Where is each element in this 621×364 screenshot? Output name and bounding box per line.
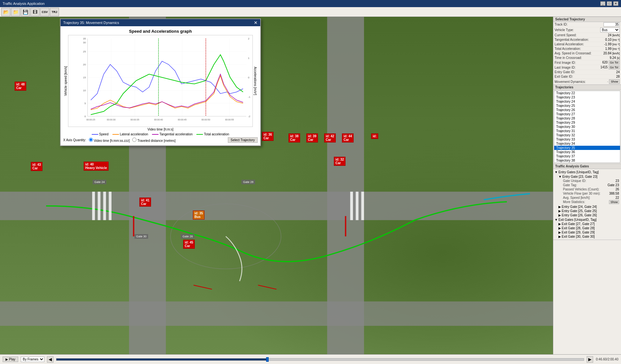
trajectories-list[interactable]: Trajectory 22 Trajectory 23 Trajectory 2… (554, 91, 620, 163)
gate26-header[interactable]: ▶ Entry Gate [26, Gate 26] (558, 213, 620, 217)
tangential-acc-label: Tangential Acceleration: (553, 38, 594, 42)
traj-37[interactable]: Trajectory 37 (554, 154, 620, 158)
traj-34[interactable]: Trajectory 34 (554, 142, 620, 146)
vehicle-35[interactable]: id: 35Bus (193, 210, 205, 220)
expand-gate24-icon: ▶ (558, 205, 561, 209)
selected-trajectory-section: Selected Trajectory Track ID: Vehicle Ty… (553, 17, 621, 85)
x-axis-video-option[interactable]: Video time [h:mm:ss.zzz] (89, 138, 130, 142)
gate25-header[interactable]: ▶ Entry Gate [25, Gate 25] (558, 209, 620, 213)
vehicle-45[interactable]: id: 45Car (183, 240, 195, 249)
svg-text:2: 2 (248, 37, 250, 40)
traj-29[interactable]: Trajectory 29 (554, 120, 620, 125)
play-button[interactable]: ▶ Play (3, 357, 18, 362)
vehicle-44[interactable]: id: 44Car (342, 133, 354, 142)
legend-speed: Speed (92, 132, 109, 136)
frames-dropdown[interactable]: By Frames (21, 357, 44, 362)
vehicle-38[interactable]: id: 38Car (288, 133, 300, 142)
vehicle-39[interactable]: id: 39Car (306, 133, 318, 142)
progress-thumb[interactable] (266, 357, 269, 362)
traj-38[interactable]: Trajectory 38 (554, 158, 620, 163)
traj-25[interactable]: Trajectory 25 (554, 104, 620, 108)
x-axis-distance-label: Traveled distance [metres] (137, 139, 175, 142)
svg-rect-3 (0, 301, 553, 326)
vehicle-40[interactable]: id: 40Heavy Vehicle (84, 162, 109, 171)
entry-gates-label: Entry Gates [UniqueID, Tag] (558, 170, 599, 174)
x-axis-video-radio[interactable] (89, 138, 93, 142)
minimize-btn[interactable]: _ (600, 1, 605, 6)
svg-text:-1: -1 (248, 96, 251, 98)
traj-28[interactable]: Trajectory 28 (554, 116, 620, 120)
traj-31[interactable]: Trajectory 31 (554, 129, 620, 133)
traffic-gates-section: Traffic Analysis Gates ▼ Entry Gates [Un… (553, 164, 621, 240)
svg-text:10: 10 (83, 89, 86, 92)
gate23-show-btn[interactable]: Show (609, 200, 619, 204)
movement-dynamics-show-btn[interactable]: Show (609, 79, 620, 84)
vehicle-type-value: BusCar (594, 27, 621, 33)
vehicle-41[interactable]: id: 41Car (139, 198, 151, 207)
exit-gate-value: 28 (594, 74, 621, 79)
track-id-input[interactable] (603, 22, 620, 27)
traj-22[interactable]: Trajectory 22 (554, 91, 620, 95)
last-image-row: Last Image ID: 1415 Go To! (553, 65, 621, 70)
traj-23[interactable]: Trajectory 23 (554, 95, 620, 99)
svg-text:00:00:45: 00:00:45 (178, 119, 186, 121)
save-btn[interactable]: 💾 (21, 8, 30, 16)
traj-35[interactable]: Trajectory 35 (554, 146, 620, 150)
traj-26[interactable]: Trajectory 26 (554, 108, 620, 112)
avg-speed-label: Avg. Speed in Crossroad: (553, 51, 594, 56)
traj-24[interactable]: Trajectory 24 (554, 99, 620, 104)
traj-36[interactable]: Trajectory 36 (554, 150, 620, 154)
folder-btn[interactable]: 📁 (11, 8, 20, 16)
gate29-header[interactable]: ▶ Exit Gate [29, Gate 29] (558, 230, 620, 234)
vehicle-id-top[interactable]: id: (371, 133, 378, 139)
vehicle-type-dropdown[interactable]: BusCar (600, 28, 620, 32)
trj-btn[interactable]: TRJ (50, 8, 59, 16)
csv-btn[interactable]: CSV (40, 8, 49, 16)
vehicle-43[interactable]: id: 43Car (31, 162, 42, 171)
gate23-tag-label: Gate Tag: (563, 183, 577, 187)
traj-27[interactable]: Trajectory 27 (554, 112, 620, 116)
gate30-header[interactable]: ▶ Exit Gate [30, Gate 30] (558, 234, 620, 239)
open-folder-btn[interactable]: 📂 (1, 8, 10, 16)
last-image-goto[interactable]: Go To! (609, 65, 620, 69)
exit-gates-header[interactable]: ▼ Exit Gates [UniqueID, Tag] (554, 218, 620, 222)
gate23-tag: Gate Tag: Gate 23 (562, 183, 620, 187)
gate23-speed-value: 22 (615, 196, 619, 199)
exit-gate-label: Exit Gate ID: (553, 74, 594, 79)
progress-bar[interactable] (56, 358, 584, 361)
gate-26: Gate 26 (181, 234, 194, 239)
x-axis-distance-radio[interactable] (132, 138, 136, 142)
select-trajectory-btn[interactable]: Select Trajectory (228, 137, 258, 143)
dialog-close-btn[interactable]: ✕ (254, 20, 258, 25)
entry-gates-header[interactable]: ▼ Entry Gates [UniqueID, Tag] (554, 170, 620, 174)
traj-32[interactable]: Trajectory 32 (554, 133, 620, 137)
next-frame-btn[interactable]: ▶ (587, 356, 593, 363)
close-btn[interactable]: ✕ (613, 1, 618, 6)
gate24-header[interactable]: ▶ Entry Gate [24, Gate 24] (558, 205, 620, 209)
gate23-header[interactable]: ▼ Entry Gate [23, Gate 23] (558, 175, 620, 179)
vehicle-36[interactable]: id: 36Car (262, 132, 274, 141)
film-btn[interactable]: 🎞 (30, 8, 40, 16)
vehicle-32[interactable]: id: 32Car (334, 157, 346, 166)
traj-33[interactable]: Trajectory 33 (554, 137, 620, 142)
time-display: 0:46.60/2:00.40 (596, 358, 618, 361)
x-axis-label: Video time [h:m:s] (63, 128, 258, 131)
svg-rect-10 (98, 192, 100, 220)
lateral-acc-value: -1.99 [ms⁻²] (594, 42, 621, 47)
vehicle-48[interactable]: id: 48Car (15, 82, 26, 91)
traj-30[interactable]: Trajectory 30 (554, 125, 620, 129)
vehicle-42[interactable]: id: 42Car (324, 133, 336, 142)
first-image-label: First Image ID: (553, 60, 594, 65)
first-image-goto[interactable]: Go To! (609, 61, 620, 64)
graph-container: Vehicle speed [km/s] (63, 35, 258, 127)
svg-line-7 (258, 285, 276, 290)
trajectory-properties: Track ID: Vehicle Type: BusCar Current S… (553, 22, 621, 85)
gate28-header[interactable]: ▶ Exit Gate [28, Gate 28] (558, 226, 620, 230)
maximize-btn[interactable]: □ (607, 1, 612, 6)
entry-gate-value: 24 (594, 70, 621, 74)
gate27-header[interactable]: ▶ Exit Gate [27, Gate 27] (558, 222, 620, 226)
svg-rect-14 (356, 192, 359, 220)
main-layout: id: 48Car id: 36Car id: 38Car id: 39Car … (0, 17, 621, 354)
prev-frame-btn[interactable]: ◀ (47, 356, 53, 363)
x-axis-distance-option[interactable]: Traveled distance [metres] (132, 138, 175, 142)
